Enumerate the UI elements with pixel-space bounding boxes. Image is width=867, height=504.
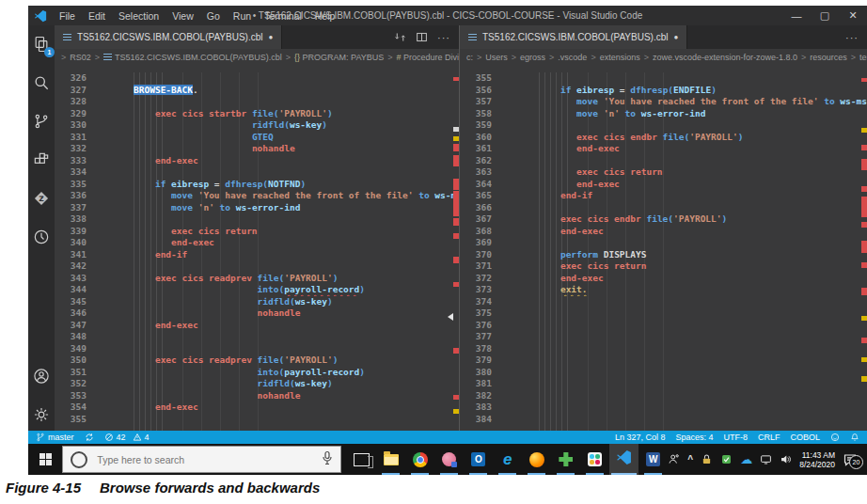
menu-edit[interactable]: Edit: [82, 10, 112, 22]
overview-ruler[interactable]: [860, 66, 867, 431]
code-line[interactable]: 358 move 'n' to ws-error-ind: [460, 108, 867, 120]
code-line[interactable]: 326: [55, 72, 459, 85]
notifications-bell-icon[interactable]: [850, 433, 859, 442]
breadcrumb-item[interactable]: RS02: [70, 53, 91, 62]
status-item[interactable]: CRLF: [758, 433, 780, 442]
breadcrumb-item[interactable]: temp: [859, 53, 867, 62]
code-line[interactable]: 363 exec cics return: [460, 166, 867, 179]
firefox-taskbar-icon[interactable]: [522, 444, 551, 475]
code-line[interactable]: 362: [460, 155, 867, 167]
code-line[interactable]: 383: [460, 402, 867, 414]
code-line[interactable]: 328: [55, 96, 459, 108]
breadcrumb-item[interactable]: resources: [810, 53, 847, 62]
code-line[interactable]: 335 if eibresp = dfhresp(NOTFND): [55, 179, 459, 191]
split-editor-icon[interactable]: [416, 31, 428, 43]
code-line[interactable]: 347 end-exec: [55, 320, 459, 332]
pink-app-taskbar-icon[interactable]: [434, 444, 464, 475]
code-line[interactable]: 331 GTEQ: [55, 132, 459, 144]
sync-button[interactable]: [85, 433, 94, 442]
start-button[interactable]: [28, 444, 62, 475]
code-line[interactable]: 381: [460, 378, 867, 390]
search-icon[interactable]: [31, 72, 52, 93]
taskbar-clock[interactable]: 11:43 AM 8/24/2020: [799, 450, 835, 469]
code-line[interactable]: 368 end-exec: [460, 226, 867, 238]
breadcrumb-item[interactable]: Users: [485, 53, 508, 62]
breadcrumb-item[interactable]: TS5162.CICSWS.IBM.COBOL(PAYBUS).cbl: [103, 53, 282, 62]
code-line[interactable]: 357 move 'You have reached the front of …: [460, 96, 867, 108]
action-center-icon[interactable]: 20: [843, 452, 859, 467]
code-line[interactable]: 375: [460, 307, 867, 320]
code-line[interactable]: 371 exec cics return: [460, 260, 867, 273]
open-changes-icon[interactable]: [394, 31, 406, 43]
search-input[interactable]: [95, 453, 314, 466]
code-line[interactable]: 351 into(payroll-record): [55, 367, 459, 379]
problems-indicator[interactable]: 42 4: [104, 433, 150, 442]
code-line[interactable]: 361 end-exec: [460, 143, 867, 155]
code-line[interactable]: 340 end-exec: [55, 237, 459, 249]
code-line[interactable]: 359: [460, 119, 867, 132]
code-line[interactable]: 382: [460, 390, 867, 402]
people-icon[interactable]: [668, 453, 680, 465]
code-line[interactable]: 329 exec cics startbr file('PAYROLL'): [55, 108, 459, 120]
microphone-icon[interactable]: [322, 450, 333, 469]
code-editor-left[interactable]: 326327 BROWSE-BACK.328329 exec cics star…: [55, 66, 459, 431]
tab-paybus-left[interactable]: TS5162.CICSWS.IBM.COBOL(PAYBUS).cbl ●: [55, 25, 282, 49]
edge-taskbar-icon[interactable]: e: [493, 444, 522, 475]
code-line[interactable]: 369: [460, 237, 867, 249]
chrome-taskbar-icon[interactable]: [405, 444, 434, 475]
code-line[interactable]: 344 into(payroll-record): [55, 284, 459, 296]
menu-view[interactable]: View: [166, 10, 200, 22]
menu-selection[interactable]: Selection: [112, 10, 166, 22]
code-line[interactable]: 367 exec cics endbr file('PAYROLL'): [460, 213, 867, 226]
code-line[interactable]: 355: [55, 414, 459, 426]
green-tray-icon[interactable]: [720, 453, 733, 465]
git-branch-indicator[interactable]: master: [36, 433, 74, 442]
minimize-button[interactable]: —: [782, 6, 811, 25]
breadcrumb-item[interactable]: c:: [466, 53, 473, 62]
status-item[interactable]: UTF-8: [723, 433, 748, 442]
breadcrumb-item[interactable]: # Procedure Division.: [397, 53, 460, 62]
code-line[interactable]: 345 ridfld(ws-key): [55, 296, 459, 308]
more-actions-icon[interactable]: ···: [845, 32, 859, 43]
lock-tray-icon[interactable]: [701, 453, 713, 465]
menu-file[interactable]: File: [53, 10, 82, 22]
code-line[interactable]: 332 nohandle: [55, 143, 459, 155]
breadcrumb-item[interactable]: egross: [520, 53, 545, 62]
network-icon[interactable]: [760, 453, 772, 465]
code-line[interactable]: 354 end-exec: [55, 402, 459, 414]
overview-ruler[interactable]: [452, 66, 459, 431]
onedrive-icon[interactable]: ☁: [740, 453, 752, 465]
code-line[interactable]: 352 ridfld(ws-key): [55, 378, 459, 390]
code-line[interactable]: 334: [55, 166, 459, 179]
code-line[interactable]: 330 ridfld(ws-key): [55, 119, 459, 132]
task-view-taskbar-icon[interactable]: [347, 444, 376, 475]
speaker-icon[interactable]: [780, 453, 792, 465]
status-item[interactable]: Ln 327, Col 8: [615, 433, 666, 442]
zowe-icon[interactable]: Z: [31, 188, 52, 209]
jobs-icon[interactable]: [31, 227, 52, 247]
explorer-icon[interactable]: 1: [31, 34, 52, 55]
green-app-taskbar-icon[interactable]: [551, 444, 580, 475]
code-line[interactable]: 342: [55, 260, 459, 273]
code-line[interactable]: 379: [460, 354, 867, 367]
code-line[interactable]: 327 BROWSE-BACK.: [55, 85, 459, 97]
code-line[interactable]: 355: [460, 72, 867, 85]
code-line[interactable]: 341 end-if: [55, 249, 459, 261]
vscode-taskbar-icon[interactable]: [609, 444, 638, 475]
feedback-smiley-icon[interactable]: [830, 433, 840, 442]
account-icon[interactable]: [31, 366, 52, 386]
breadcrumb-item[interactable]: extensions: [600, 53, 640, 62]
code-line[interactable]: 373 exit.: [460, 284, 867, 296]
code-line[interactable]: 333 end-exec: [55, 155, 459, 167]
maximize-button[interactable]: ▢: [811, 6, 839, 25]
code-line[interactable]: 378: [460, 343, 867, 355]
code-line[interactable]: 384: [460, 414, 867, 426]
code-editor-right[interactable]: 355356 if eibresp = dfhresp(ENDFILE)357 …: [460, 66, 867, 431]
code-line[interactable]: 360 exec cics endbr file('PAYROLL'): [460, 132, 867, 144]
file-explorer-taskbar-icon[interactable]: [376, 444, 405, 475]
breadcrumb-item[interactable]: {} PROGRAM: PAYBUS: [294, 53, 384, 62]
code-line[interactable]: 338: [55, 213, 459, 226]
code-line[interactable]: 343 exec cics readprev file('PAYROLL'): [55, 273, 459, 285]
outlook-taskbar-icon[interactable]: O: [464, 444, 493, 475]
breadcrumb-item[interactable]: zowe.vscode-extension-for-zowe-1.8.0: [653, 53, 797, 62]
